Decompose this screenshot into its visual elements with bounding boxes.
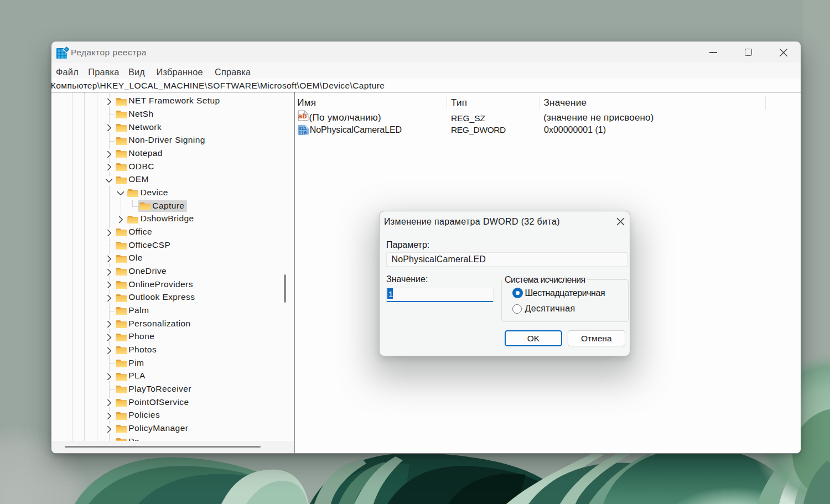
- svg-text:110: 110: [298, 131, 307, 136]
- svg-text:ab: ab: [298, 112, 307, 120]
